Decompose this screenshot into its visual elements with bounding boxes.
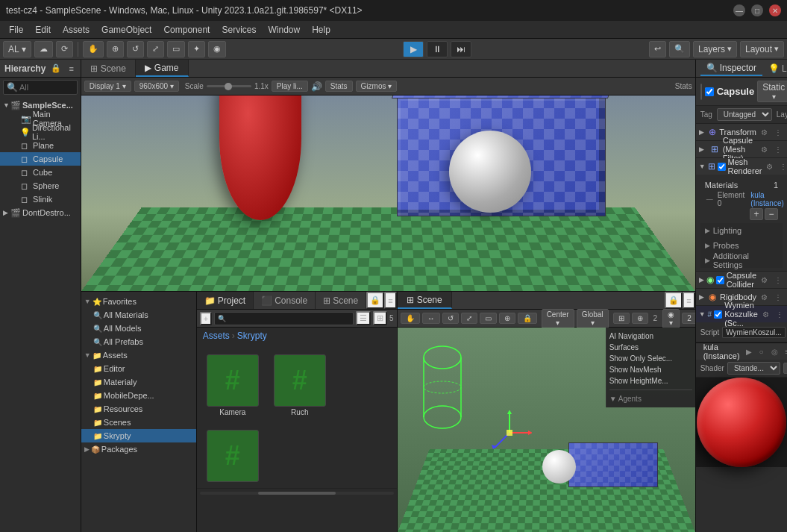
stats-btn[interactable]: Stats	[325, 81, 353, 92]
layers-dropdown[interactable]: Layers ▾	[693, 41, 737, 57]
comp-settings-icon[interactable]: ⚙	[759, 276, 770, 284]
folder-skrypty[interactable]: 📁 Skrypty	[81, 429, 196, 442]
tree-item-sphere[interactable]: ◻ Sphere	[0, 179, 81, 193]
folder-assets[interactable]: ▼ 📁 Assets	[81, 348, 196, 362]
menu-assets[interactable]: Assets	[57, 23, 95, 37]
tree-item-slinik[interactable]: ◻ Slinik	[0, 193, 81, 206]
tag-dropdown[interactable]: Untagged	[717, 108, 772, 121]
hand-tool[interactable]: ✋	[83, 41, 104, 57]
folder-all-models[interactable]: 🔍 All Models	[81, 322, 196, 335]
nav-show-heightme[interactable]: Show HeightMe...	[609, 375, 692, 387]
rotate-tool[interactable]: ↺	[127, 41, 144, 57]
nav-surfaces[interactable]: Surfaces	[609, 342, 692, 353]
comp-more-icon[interactable]: ⋮	[772, 276, 784, 284]
scale-tool[interactable]: ⤢	[147, 41, 164, 57]
hierarchy-menu-icon[interactable]: ≡	[66, 63, 75, 74]
remove-material-btn[interactable]: −	[765, 208, 778, 220]
tab-inspector[interactable]: 🔍 Inspector	[700, 61, 762, 76]
folder-scenes[interactable]: 📁 Scenes	[81, 416, 196, 429]
display-dropdown[interactable]: Display 1 ▾	[84, 81, 131, 92]
nav-show-only-selected[interactable]: Show Only Selec...	[609, 353, 692, 364]
tab-lighting[interactable]: 💡 Lighting	[762, 62, 787, 75]
project-menu-btn[interactable]: ≡	[384, 292, 396, 309]
rect-tool[interactable]: ▭	[167, 41, 185, 57]
mat-target-icon[interactable]: ◎	[768, 347, 781, 357]
menu-component[interactable]: Component	[157, 23, 216, 37]
tree-item-directional[interactable]: 💡 Directional Li...	[0, 125, 81, 139]
play-info-btn[interactable]: Play li...	[272, 81, 308, 92]
comp-settings-icon[interactable]: ⚙	[760, 310, 771, 319]
material-name[interactable]: kula (Instance)	[750, 191, 783, 207]
comp-more-icon[interactable]: ⋮	[774, 310, 786, 319]
comp-more-icon[interactable]: ⋮	[772, 293, 784, 301]
add-asset-button[interactable]: +	[200, 312, 212, 325]
script-enabled[interactable]	[714, 310, 722, 319]
global-dropdown[interactable]: Global ▾	[577, 309, 609, 328]
undo-button[interactable]: ↩	[649, 41, 666, 57]
additionalsettings-section-header[interactable]: ▶ Additional Settings	[700, 253, 783, 268]
close-button[interactable]: ✕	[769, 4, 781, 16]
shader-dropdown[interactable]: Stande...	[727, 362, 780, 375]
collider-enabled[interactable]	[716, 276, 724, 284]
hierarchy-search-bar[interactable]: 🔍	[3, 80, 78, 95]
asset-ruch[interactable]: # Ruch	[270, 351, 330, 419]
comp-settings-icon[interactable]: ⚙	[759, 145, 770, 154]
folder-materialy[interactable]: 📁 Materialy	[81, 375, 196, 389]
rotate-tool-scene[interactable]: ↺	[442, 313, 459, 324]
project-search-bar[interactable]: 🔍	[214, 312, 354, 325]
custom-tool[interactable]: ◉	[208, 41, 226, 57]
folder-editor[interactable]: 📁 Editor	[81, 362, 196, 375]
menu-window[interactable]: Window	[262, 23, 306, 37]
folder-favorites[interactable]: ▼ ⭐ Favorites	[81, 295, 196, 308]
add-material-btn[interactable]: +	[750, 208, 763, 220]
menu-services[interactable]: Services	[216, 23, 262, 37]
asset-kamera[interactable]: # Kamera	[203, 351, 263, 419]
menu-edit[interactable]: Edit	[29, 23, 57, 37]
breadcrumb-skrypty[interactable]: Skrypty	[237, 331, 267, 341]
resolution-dropdown[interactable]: 960x600 ▾	[134, 81, 179, 92]
tree-item-dontdestroy[interactable]: ▶ 🎬 DontDestro...	[0, 206, 81, 219]
folder-packages[interactable]: ▶ 📦 Packages	[81, 442, 196, 456]
scene-menu-btn[interactable]: ≡	[683, 292, 694, 309]
edit-shader-btn[interactable]: Edit...	[783, 363, 787, 374]
center-dropdown[interactable]: Center ▾	[542, 309, 574, 328]
rect-tool-scene[interactable]: ▭	[480, 313, 497, 324]
nav-ai-navigation[interactable]: AI Navigation	[609, 331, 692, 342]
asset-partial[interactable]: #	[203, 427, 263, 485]
comp-meshrenderer-header[interactable]: ▼ ⊞ Mesh Renderer ⚙ ⋮	[696, 158, 787, 175]
scroll-thumb[interactable]	[258, 492, 336, 495]
snap-btn[interactable]: ⊕	[632, 313, 648, 324]
layout-dropdown[interactable]: Layout ▾	[740, 41, 784, 57]
translate-tool[interactable]: ⊕	[107, 41, 124, 57]
filter-button[interactable]: ☰	[356, 311, 371, 325]
comp-settings-icon[interactable]: ⚙	[759, 128, 770, 137]
comp-more-icon[interactable]: ⋮	[772, 145, 784, 154]
folder-all-prefabs[interactable]: 🔍 All Prefabs	[81, 335, 196, 348]
scene-lock-btn[interactable]: 🔒	[665, 292, 683, 309]
tab-scene[interactable]: ⊞ Scene	[81, 60, 136, 77]
menu-gameobject[interactable]: GameObject	[95, 23, 157, 37]
cloud-button[interactable]: ☁	[34, 41, 53, 57]
pause-button[interactable]: ⏸	[427, 41, 448, 57]
tab-scene-bottom[interactable]: ⊞ Scene	[316, 292, 366, 309]
tab-scene-view[interactable]: ⊞ Scene	[398, 292, 452, 309]
collab-button[interactable]: ⟳	[56, 41, 73, 57]
transform-tool[interactable]: ✦	[188, 41, 205, 57]
comp-capsulecollider-header[interactable]: ▶ ◉ Capsule Collider ⚙ ⋮	[696, 272, 787, 288]
custom-tool-scene[interactable]: ⊕	[499, 313, 515, 324]
comp-wymienkoszulke-header[interactable]: ▼ # Wymien Koszulke (Sc... ⚙ ⋮	[696, 306, 787, 322]
search-button[interactable]: 🔍	[669, 41, 690, 57]
minimize-button[interactable]: —	[733, 4, 745, 16]
mat-sphere-icon[interactable]: ○	[756, 347, 767, 357]
comp-meshfilter-header[interactable]: ▶ ⊞ Capsule (Mesh Filter) ⚙ ⋮	[696, 141, 787, 157]
object-enabled-checkbox[interactable]	[705, 87, 714, 96]
static-dropdown-btn[interactable]: Static ▾	[757, 81, 787, 102]
hand-tool-scene[interactable]: ✋	[401, 313, 420, 324]
mat-play-icon[interactable]: ▶	[743, 347, 755, 357]
scale-tool-scene[interactable]: ⤢	[461, 313, 477, 324]
step-button[interactable]: ⏭	[451, 41, 471, 57]
project-lock-btn[interactable]: 🔒	[366, 292, 384, 309]
tree-item-cube[interactable]: ◻ Cube	[0, 166, 81, 179]
lighting-section-header[interactable]: ▶ Lighting	[700, 223, 783, 238]
translate-tool-scene[interactable]: ↔	[422, 313, 440, 324]
